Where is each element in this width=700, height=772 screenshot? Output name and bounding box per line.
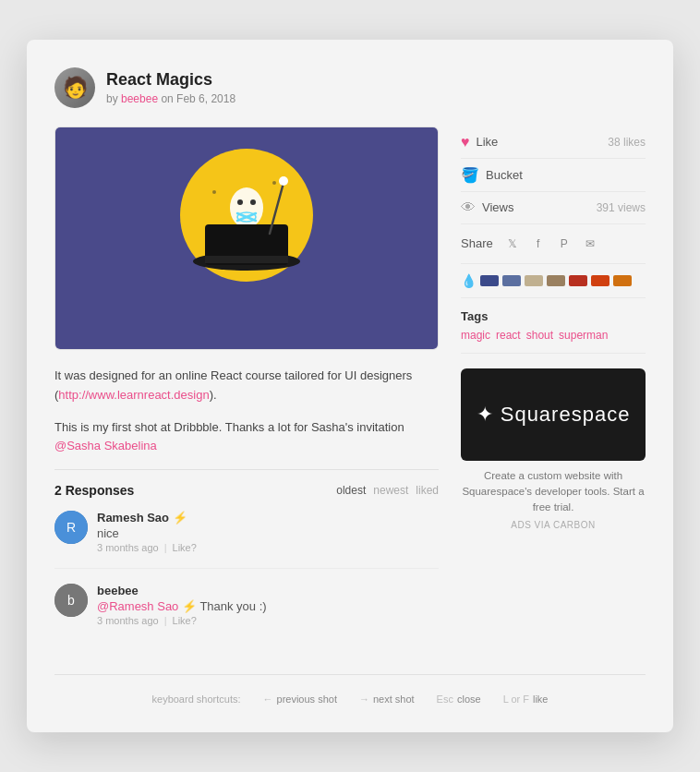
ad-image: ✦ Squarespace (461, 368, 646, 461)
shortcut-close: Esc close (437, 694, 481, 705)
comment-text-1: nice (97, 526, 197, 540)
comment-2: b beebee @Ramesh Sao ⚡ Thank you :) 3 mo… (54, 584, 439, 641)
color-swatch-4 (547, 275, 565, 286)
comment-text-2: @Ramesh Sao ⚡ Thank you :) (97, 599, 267, 613)
color-palette: 💧 (461, 264, 646, 298)
like-action[interactable]: ♥ Like (461, 134, 498, 151)
comment-body-2: beebee @Ramesh Sao ⚡ Thank you :) 3 mont… (97, 584, 267, 626)
views-row: 👁 Views 391 views (461, 192, 646, 224)
shortcuts-label: keyboard shortcuts: (152, 694, 241, 705)
shot-image (55, 127, 438, 349)
comment-1: R Ramesh Sao ⚡ nice 3 months ago | Like? (54, 511, 439, 569)
svg-point-12 (279, 176, 288, 186)
shot-meta: by beebee on Feb 6, 2018 (106, 92, 235, 105)
ad-text: Create a custom website with Squarespace… (461, 468, 646, 516)
responses-sort: oldest newest liked (336, 484, 439, 497)
avatar: 🧑 (54, 67, 95, 108)
shot-illustration (90, 132, 404, 344)
tag-1[interactable]: react (496, 329, 521, 342)
tag-2[interactable]: shout (526, 329, 553, 342)
header-info: React Magics by beebee on Feb 6, 2018 (106, 70, 235, 105)
like-icon: ♥ (461, 134, 470, 151)
comment-like-1[interactable]: Like? (173, 542, 197, 553)
shot-title: React Magics (106, 70, 235, 90)
bucket-icon: 🪣 (461, 166, 479, 184)
left-column: It was designed for an online React cour… (54, 127, 439, 656)
share-row: Share 𝕏 f P ✉ (461, 224, 646, 264)
comment-meta-2: 3 months ago | Like? (97, 615, 267, 626)
color-swatch-6 (591, 275, 609, 286)
share-label: Share (461, 236, 493, 250)
color-swatch-2 (502, 275, 521, 286)
color-swatch-5 (569, 275, 587, 286)
svg-rect-10 (205, 256, 288, 263)
ad-block[interactable]: ✦ Squarespace Create a custom website wi… (461, 368, 646, 530)
right-column: ♥ Like 38 likes 🪣 Bucket 👁 Views 391 vie… (461, 127, 646, 656)
sort-liked[interactable]: liked (416, 484, 439, 497)
comment-avatar-2: b (54, 584, 88, 617)
shortcut-next: → next shot (359, 694, 415, 705)
email-icon[interactable]: ✉ (580, 234, 600, 254)
keyboard-shortcuts: keyboard shortcuts: ← previous shot → ne… (54, 674, 646, 705)
color-swatch-7 (613, 275, 632, 286)
svg-point-14 (272, 181, 276, 185)
comment-mention[interactable]: @Ramesh Sao (97, 599, 178, 613)
author-link[interactable]: beebee (121, 92, 158, 105)
comment-meta-1: 3 months ago | Like? (97, 542, 197, 553)
comment-avatar-1: R (54, 511, 88, 544)
like-row: ♥ Like 38 likes (461, 127, 646, 159)
ad-via: ADS VIA CARBON (461, 520, 646, 530)
bucket-row: 🪣 Bucket (461, 159, 646, 192)
sort-oldest[interactable]: oldest (336, 484, 366, 497)
description-1: It was designed for an online React cour… (54, 367, 439, 405)
palette-icon: 💧 (461, 273, 477, 288)
pinterest-icon[interactable]: P (554, 234, 574, 254)
twitter-icon[interactable]: 𝕏 (502, 234, 523, 254)
svg-text:R: R (66, 520, 76, 535)
tag-0[interactable]: magic (461, 329, 490, 342)
responses-title: 2 Responses (54, 483, 134, 498)
comment-author-1: Ramesh Sao ⚡ (97, 511, 197, 525)
svg-point-13 (212, 190, 216, 194)
shot-image-wrapper (54, 127, 439, 350)
svg-point-4 (250, 199, 256, 205)
views-icon: 👁 (461, 199, 476, 216)
bucket-action[interactable]: 🪣 Bucket (461, 166, 523, 184)
like-count: 38 likes (608, 136, 646, 149)
views-count: 391 views (597, 201, 646, 214)
learn-react-link[interactable]: http://www.learnreact.design (58, 388, 209, 402)
comment-author-2: beebee (97, 584, 267, 597)
tags-section: Tags magic react shout superman (461, 298, 646, 354)
tags-title: Tags (461, 309, 646, 323)
header: 🧑 React Magics by beebee on Feb 6, 2018 (54, 67, 646, 108)
svg-text:b: b (67, 593, 75, 608)
svg-point-3 (237, 199, 243, 205)
shortcut-prev: ← previous shot (263, 694, 337, 705)
views-action: 👁 Views (461, 199, 513, 216)
main-content: It was designed for an online React cour… (54, 127, 646, 656)
ad-logo: ✦ Squarespace (477, 403, 631, 427)
comment-like-2[interactable]: Like? (173, 615, 197, 626)
tag-3[interactable]: superman (559, 329, 608, 342)
comment-body-1: Ramesh Sao ⚡ nice 3 months ago | Like? (97, 511, 197, 553)
responses-section: 2 Responses oldest newest liked R Ramesh… (54, 469, 439, 641)
sort-newest[interactable]: newest (373, 484, 408, 497)
color-swatch-3 (525, 275, 543, 286)
modal-container: 🧑 React Magics by beebee on Feb 6, 2018 (27, 40, 673, 732)
description-2: This is my first shot at Dribbble. Thank… (54, 418, 439, 457)
color-swatch-1 (480, 275, 499, 286)
shortcut-like: L or F like (503, 694, 549, 705)
tags-list: magic react shout superman (461, 329, 646, 342)
responses-header: 2 Responses oldest newest liked (54, 483, 439, 498)
facebook-icon[interactable]: f (528, 234, 549, 254)
mention-link[interactable]: @Sasha Skabelina (54, 439, 157, 452)
